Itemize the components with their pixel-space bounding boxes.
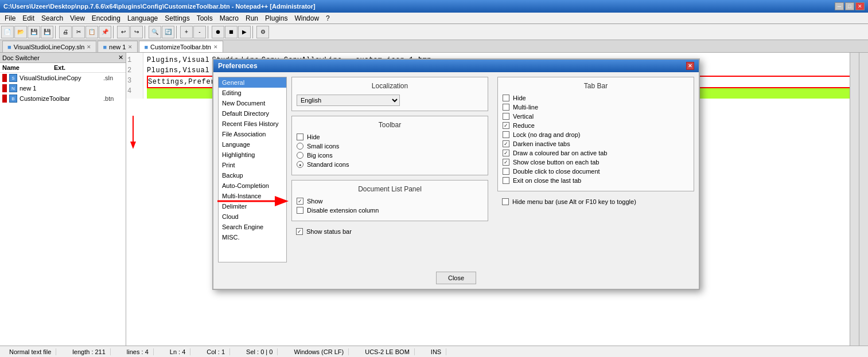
- tab-close-customize[interactable]: ✕: [213, 44, 218, 50]
- tb-saveall[interactable]: 💾: [41, 26, 53, 38]
- tb-zoom-in[interactable]: +: [180, 26, 193, 38]
- menu-tools[interactable]: Tools: [193, 13, 216, 23]
- tb-zoom-out[interactable]: -: [193, 26, 206, 38]
- show-status-bar-row: Show status bar: [291, 228, 488, 235]
- file-dirty-indicator: [2, 74, 7, 82]
- tab-customize-toolbar[interactable]: ■ CustomizeToolbar.btn ✕: [139, 41, 223, 52]
- tb-macro-stop[interactable]: ⏹: [225, 26, 238, 38]
- menu-plugins[interactable]: Plugins: [262, 13, 291, 23]
- nav-item-highlighting[interactable]: Highlighting: [219, 150, 286, 160]
- tab-multiline-checkbox[interactable]: [503, 104, 509, 111]
- tb-open[interactable]: 📂: [14, 26, 27, 38]
- nav-item-multi-instance[interactable]: Multi-Instance: [219, 191, 286, 201]
- nav-item-editing[interactable]: Editing: [219, 88, 286, 98]
- tb-paste[interactable]: 📌: [99, 26, 111, 38]
- tab-hide-checkbox[interactable]: [503, 95, 509, 101]
- minimize-button[interactable]: ─: [835, 2, 844, 10]
- nav-item-default-directory[interactable]: Default Directory: [219, 108, 286, 119]
- close-button[interactable]: ✕: [855, 2, 865, 10]
- file-ext: .btn: [103, 95, 123, 102]
- tb-cut[interactable]: ✂: [72, 26, 85, 38]
- nav-item-file-association[interactable]: File Association: [219, 129, 286, 139]
- nav-item-cloud[interactable]: Cloud: [219, 211, 286, 222]
- nav-item-search-engine[interactable]: Search Engine: [219, 222, 286, 232]
- tab-new1[interactable]: ■ new 1 ✕: [98, 41, 138, 52]
- tab-vertical-checkbox[interactable]: [503, 113, 509, 120]
- tab-darken-label: Darken inactive tabs: [513, 140, 570, 147]
- tb-macro-play[interactable]: ▶: [238, 26, 251, 38]
- tab-exit-checkbox[interactable]: [503, 177, 509, 184]
- title-bar-buttons: ─ □ ✕: [835, 2, 865, 10]
- status-col: Col : 1: [202, 348, 230, 355]
- pref-right-col: Tab Bar Hide Multi-line Ve: [497, 77, 694, 262]
- tb-copy[interactable]: 📋: [85, 26, 98, 38]
- tab-closebutton-label: Show close button on each tab: [513, 159, 599, 166]
- status-sel: Sel : 0 | 0: [242, 348, 278, 355]
- editor-area[interactable]: 1 2 3 4 Plugins,Visual Studio Line Copy,…: [126, 53, 859, 346]
- doc-list-show-checkbox[interactable]: [297, 198, 303, 205]
- tb-save[interactable]: 💾: [28, 26, 40, 38]
- localization-select[interactable]: English French German: [297, 95, 400, 106]
- nav-item-backup[interactable]: Backup: [219, 170, 286, 181]
- toolbar-standard-radio[interactable]: [297, 161, 303, 168]
- localization-section: Localization English French German: [291, 77, 488, 111]
- tb-redo[interactable]: ↪: [130, 26, 143, 38]
- dialog-close-button[interactable]: ✕: [686, 62, 694, 70]
- list-item[interactable]: N new 1: [0, 83, 126, 93]
- nav-item-language[interactable]: Language: [219, 139, 286, 150]
- tab-reduce-checkbox[interactable]: [503, 122, 509, 129]
- menu-file[interactable]: File: [1, 13, 19, 23]
- tab-visual-studio-line-copy[interactable]: ■ VisualStudioLineCopy.sln ✕: [2, 41, 96, 52]
- tb-undo[interactable]: ↩: [117, 26, 130, 38]
- tb-print[interactable]: 🖨: [59, 26, 72, 38]
- tab-close-visual-studio[interactable]: ✕: [87, 44, 91, 50]
- tb-new[interactable]: 📄: [1, 26, 14, 38]
- maximize-button[interactable]: □: [845, 2, 854, 10]
- nav-item-print[interactable]: Print: [219, 160, 286, 170]
- menu-language[interactable]: Language: [124, 13, 161, 23]
- nav-item-delimiter[interactable]: Delimiter: [219, 201, 286, 211]
- menu-view[interactable]: View: [67, 13, 88, 23]
- tab-lock-checkbox[interactable]: [503, 131, 509, 138]
- menu-window[interactable]: Window: [291, 13, 322, 23]
- tab-closebutton-checkbox[interactable]: [503, 159, 509, 166]
- tab-darken-checkbox[interactable]: [503, 140, 509, 147]
- menu-help[interactable]: ?: [322, 13, 333, 23]
- menu-settings[interactable]: Settings: [161, 13, 193, 23]
- tb-sep-3: [145, 26, 147, 38]
- tab-coloured-checkbox[interactable]: [503, 150, 509, 156]
- nav-item-misc[interactable]: MISC.: [219, 232, 286, 242]
- tb-macro[interactable]: ⏺: [212, 26, 224, 38]
- tab-reduce-row: Reduce: [503, 122, 689, 129]
- tab-dblclick-checkbox[interactable]: [503, 168, 509, 175]
- list-item[interactable]: B CustomizeToolbar .btn: [0, 93, 126, 104]
- nav-item-recent-files[interactable]: Recent Files History: [219, 119, 286, 129]
- main-scrollbar[interactable]: [859, 53, 868, 346]
- menu-edit[interactable]: Edit: [19, 13, 38, 23]
- doc-list-disable-ext-checkbox[interactable]: [297, 207, 303, 214]
- nav-item-general[interactable]: General: [219, 77, 286, 88]
- toolbar-small-radio[interactable]: [297, 143, 303, 150]
- dialog-close-btn[interactable]: Close: [436, 272, 476, 284]
- list-item[interactable]: S VisualStudioLineCopy .sln: [0, 73, 126, 83]
- show-status-bar-checkbox[interactable]: [296, 228, 303, 235]
- toolbar-hide-checkbox[interactable]: [297, 134, 303, 140]
- toolbar-section: Toolbar Hide Small icons B: [291, 116, 488, 175]
- tb-replace[interactable]: 🔄: [162, 26, 174, 38]
- tab-close-new1[interactable]: ✕: [128, 44, 133, 50]
- tab-vertical-row: Vertical: [503, 113, 689, 120]
- status-ln: Ln : 4: [165, 348, 191, 355]
- doc-switcher-close[interactable]: ✕: [118, 54, 123, 61]
- nav-item-auto-completion[interactable]: Auto-Completion: [219, 181, 286, 191]
- vertical-scrollbar[interactable]: [850, 53, 859, 346]
- status-length: length : 211: [68, 348, 111, 355]
- tb-find[interactable]: 🔍: [149, 26, 161, 38]
- menu-run[interactable]: Run: [242, 13, 262, 23]
- menu-encoding[interactable]: Encoding: [88, 13, 124, 23]
- tb-settings[interactable]: ⚙: [256, 26, 269, 38]
- hide-menubar-checkbox[interactable]: [502, 198, 509, 205]
- menu-search[interactable]: Search: [38, 13, 67, 23]
- toolbar-big-radio[interactable]: [297, 152, 303, 159]
- menu-macro[interactable]: Macro: [216, 13, 242, 23]
- nav-item-new-document[interactable]: New Document: [219, 98, 286, 108]
